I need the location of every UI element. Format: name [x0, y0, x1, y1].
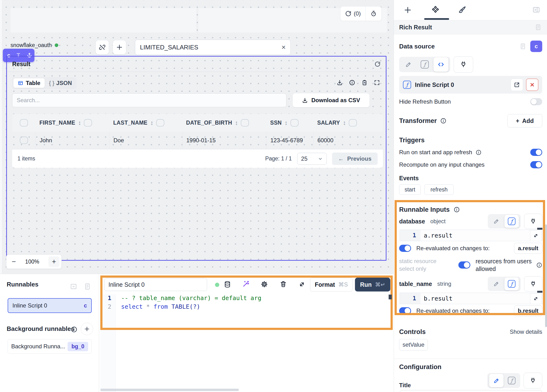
docs-icon[interactable]: [519, 43, 526, 50]
expand-expression-icon[interactable]: [530, 230, 541, 241]
data-source-script-row[interactable]: ƒ Inline Script 0 ×: [399, 76, 542, 94]
column-toggle[interactable]: [156, 119, 164, 127]
code-line-2[interactable]: select * from TABLE(?): [121, 303, 200, 310]
select-all-checkbox[interactable]: [20, 119, 28, 127]
unlink-button[interactable]: [96, 40, 109, 54]
control-chip-setvalue[interactable]: setValue: [399, 339, 428, 351]
connect-plug-button[interactable]: [524, 214, 542, 229]
table-row[interactable]: John Doe 1990-01-15 123-45-6789 60000: [12, 132, 383, 149]
remove-script-button[interactable]: ×: [526, 79, 538, 91]
mode-eval-fn-icon[interactable]: ƒ: [505, 374, 518, 387]
zoom-out-button[interactable]: −: [12, 257, 16, 266]
expression-value[interactable]: b.result: [420, 293, 542, 304]
column-header[interactable]: DATE_OF_BIRTH: [186, 120, 232, 126]
clear-icon[interactable]: ×: [281, 44, 286, 51]
info-icon[interactable]: [476, 149, 482, 155]
editor-horizontal-scrollbar[interactable]: [100, 389, 239, 391]
tab-components-settings[interactable]: [431, 5, 440, 15]
column-header[interactable]: LAST_NAME: [113, 120, 147, 126]
docs-icon[interactable]: [84, 283, 91, 290]
mode-static-pencil-icon[interactable]: [489, 374, 504, 387]
table-search[interactable]: [12, 93, 286, 107]
resources-from-users-toggle[interactable]: [458, 261, 470, 269]
result-component[interactable]: Result Table { } JSON: [6, 56, 386, 261]
tab-table[interactable]: Table: [13, 78, 45, 88]
table-name-expression-editor[interactable]: 1 b.result: [400, 293, 542, 304]
column-header[interactable]: SALARY: [317, 120, 340, 126]
database-expression-editor[interactable]: 1 a.result: [400, 230, 542, 241]
tab-json[interactable]: { } JSON: [46, 78, 75, 88]
collapse-list-icon[interactable]: [70, 283, 77, 290]
sort-icon[interactable]: ↕: [150, 119, 153, 126]
mode-eval-fn-icon[interactable]: ƒ: [417, 58, 432, 71]
docs-icon[interactable]: [534, 24, 542, 31]
settings-gear-icon[interactable]: [261, 281, 268, 288]
download-csv-button[interactable]: Download as CSV: [293, 93, 369, 107]
row-checkbox[interactable]: [20, 136, 28, 144]
column-toggle[interactable]: [241, 119, 249, 127]
open-script-button[interactable]: [511, 79, 523, 91]
add-component-button[interactable]: [113, 40, 126, 54]
reeval-toggle[interactable]: [399, 307, 411, 314]
connect-plug-button[interactable]: [524, 373, 542, 388]
run-on-start-toggle[interactable]: [530, 149, 542, 156]
delete-script-icon[interactable]: [280, 281, 287, 288]
expand-editor-icon[interactable]: [298, 281, 306, 288]
sort-icon[interactable]: ↕: [343, 119, 346, 126]
dependency-chip[interactable]: a.result: [514, 243, 542, 254]
script-name-field[interactable]: [104, 278, 207, 291]
fullscreen-icon[interactable]: [374, 80, 380, 86]
info-icon[interactable]: [440, 118, 446, 124]
sort-icon[interactable]: ↕: [78, 119, 81, 126]
refresh-icon[interactable]: [375, 61, 381, 67]
event-chip-start[interactable]: start: [399, 184, 421, 195]
add-transformer-button[interactable]: + Add: [507, 114, 542, 128]
zoom-in-button[interactable]: +: [48, 257, 60, 267]
info-icon[interactable]: [536, 262, 542, 268]
dependency-chip[interactable]: b.result: [514, 305, 542, 316]
refresh-runs-button[interactable]: (0): [340, 7, 365, 21]
hide-refresh-toggle[interactable]: [530, 98, 542, 105]
background-runnable-item[interactable]: Background Runna... bg_0: [8, 339, 92, 354]
table-search-input[interactable]: [17, 97, 282, 104]
script-name-input[interactable]: [109, 281, 203, 288]
panel-scrollbar-thumb[interactable]: [545, 224, 547, 327]
mode-eval-fn-icon[interactable]: ƒ: [505, 277, 519, 290]
sort-icon[interactable]: ↕: [235, 119, 238, 126]
info-icon[interactable]: [71, 326, 77, 333]
title-input[interactable]: [400, 390, 542, 392]
canvas[interactable]: (0) snowflake_oauth c: [0, 0, 394, 274]
copy-result-icon[interactable]: [361, 80, 368, 86]
mode-static-pencil-icon[interactable]: [490, 278, 503, 290]
info-icon[interactable]: [349, 80, 355, 86]
history-button[interactable]: [366, 7, 382, 21]
mode-static-pencil-icon[interactable]: [490, 215, 503, 228]
mode-eval-fn-icon[interactable]: ƒ: [505, 215, 519, 228]
column-header[interactable]: FIRST_NAME: [39, 120, 75, 126]
connect-plug-button[interactable]: [524, 276, 542, 291]
event-chip-refresh[interactable]: refresh: [424, 184, 454, 195]
table-select-field[interactable]: ×: [135, 40, 291, 55]
tab-styling[interactable]: [458, 6, 466, 14]
reeval-toggle[interactable]: [399, 245, 411, 252]
ai-wand-icon[interactable]: [242, 280, 250, 288]
format-button[interactable]: Format ⌘S: [310, 278, 353, 291]
mode-static-pencil-icon[interactable]: [401, 58, 416, 71]
tab-add-component[interactable]: [403, 6, 412, 14]
resource-name[interactable]: snowflake_oauth: [11, 42, 52, 48]
code-line-1[interactable]: -- ? table_name (varchar) = default arg: [121, 295, 261, 302]
expression-value[interactable]: a.result: [420, 230, 542, 241]
column-toggle[interactable]: [349, 119, 357, 127]
download-icon[interactable]: [336, 80, 343, 86]
runnable-item-inline-script-0[interactable]: Inline Script 0 c: [8, 298, 92, 313]
sort-icon[interactable]: ↕: [285, 119, 287, 126]
run-button[interactable]: Run ⌘↵: [355, 278, 390, 291]
previous-page-button[interactable]: ← Previous: [332, 153, 378, 165]
mode-code-icon[interactable]: [434, 57, 448, 72]
column-toggle[interactable]: [290, 119, 299, 127]
info-icon[interactable]: [454, 207, 460, 213]
add-background-runnable-button[interactable]: [81, 323, 93, 335]
column-header[interactable]: SSN: [270, 120, 282, 126]
recompute-toggle[interactable]: [530, 161, 542, 168]
editor-scrollbar-thumb[interactable]: [389, 295, 392, 299]
